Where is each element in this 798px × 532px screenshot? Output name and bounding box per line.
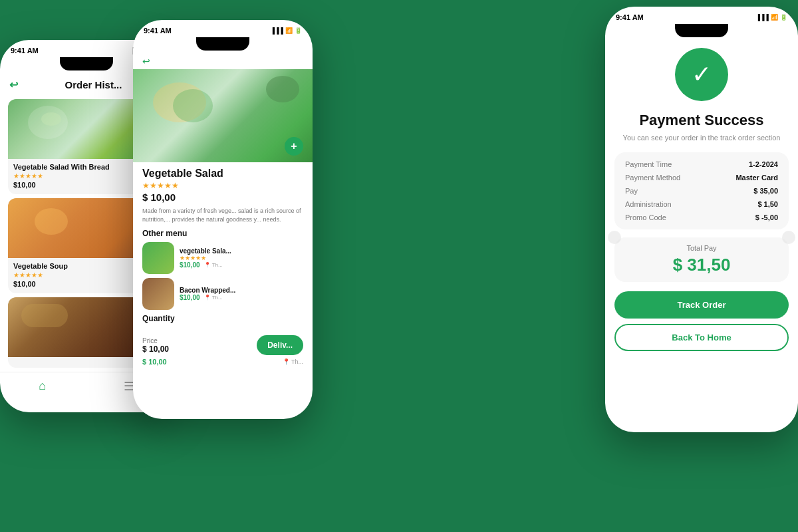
deco-circle-top-left	[608, 231, 621, 244]
signal-icon-r: ▐▐▐	[756, 14, 769, 21]
wifi-icon-r: 📶	[771, 14, 778, 21]
bottom-price-row: Price $ 10,00 Deliv...	[133, 331, 313, 355]
deco-circle-left	[605, 424, 613, 432]
bottom-price-2: $ 10,00	[142, 358, 167, 366]
status-icons-middle: ▐▐▐ 📶 🔋	[271, 27, 302, 34]
back-arrow-middle[interactable]: ↩	[133, 53, 313, 69]
menu-item-img-1	[142, 242, 174, 274]
location-tag-2: 📍 Th...	[283, 358, 303, 365]
status-bar-middle: 9:41 AM ▐▐▐ 📶 🔋	[133, 20, 313, 37]
price-label: Price	[142, 337, 169, 344]
receipt-label-0: Payment Time	[625, 160, 672, 168]
menu-item-location-1: 📍 Th...	[204, 262, 223, 268]
checkmark-icon: ✓	[692, 63, 712, 86]
total-label: Total Pay	[625, 244, 778, 252]
receipt-label-4: Promo Code	[625, 213, 666, 221]
quantity-section: Quantity	[142, 314, 303, 323]
total-card: Total Pay $ 31,50	[614, 237, 789, 282]
menu-item-img-2	[142, 278, 174, 310]
phone-middle: 9:41 AM ▐▐▐ 📶 🔋 ↩ + Vegetable Salad ★★★★…	[133, 20, 313, 419]
time-middle: 9:41 AM	[144, 27, 172, 35]
product-description: Made from a variety of fresh vege... sal…	[142, 207, 303, 223]
time-left: 9:41 AM	[11, 47, 39, 55]
other-menu-title: Other menu	[142, 229, 303, 238]
menu-item-info-1: vegetable Sala... ★★★★★ $10,00 📍 Th...	[180, 247, 303, 269]
menu-item-info-2: Bacon Wrapped... $10,00 📍 Th...	[180, 287, 303, 301]
quantity-label: Quantity	[142, 314, 303, 323]
deco-circle-right	[790, 424, 798, 432]
back-to-home-button[interactable]: Back To Home	[614, 324, 789, 351]
add-to-cart-button[interactable]: +	[285, 137, 303, 156]
menu-item-price-1: $10,00	[180, 261, 200, 269]
notch-left	[60, 57, 113, 70]
product-price: $ 10,00	[142, 192, 303, 203]
receipt-label-3: Administration	[625, 200, 672, 208]
product-name: Vegetable Salad	[142, 168, 303, 180]
product-image-large: +	[133, 69, 313, 162]
menu-item-1[interactable]: vegetable Sala... ★★★★★ $10,00 📍 Th...	[142, 242, 303, 274]
status-icons-right: ▐▐▐ 📶 🔋	[756, 14, 787, 21]
wifi-icon-m: 📶	[285, 27, 293, 34]
status-bar-right: 9:41 AM ▐▐▐ 📶 🔋	[605, 7, 798, 24]
menu-item-name-2: Bacon Wrapped...	[180, 287, 303, 294]
receipt-value-4: $ -5,00	[755, 213, 778, 221]
price-section: Price $ 10,00	[142, 337, 169, 354]
receipt-row-1: Payment Method Master Card	[625, 174, 778, 182]
total-amount: $ 31,50	[625, 255, 778, 275]
product-details: Vegetable Salad ★★★★★ $ 10,00 Made from …	[133, 162, 313, 331]
notch-middle	[196, 37, 249, 51]
receipt-row-3: Administration $ 1,50	[625, 200, 778, 208]
receipt-value-0: 1-2-2024	[749, 160, 778, 168]
payment-success-title: Payment Success	[639, 112, 763, 129]
notch-right	[675, 24, 728, 37]
signal-icon-m: ▐▐▐	[271, 27, 283, 34]
track-order-button[interactable]: Track Order	[614, 291, 789, 319]
receipt-card: Payment Time 1-2-2024 Payment Method Mas…	[614, 152, 789, 229]
receipt-label-1: Payment Method	[625, 174, 680, 182]
receipt-value-1: Master Card	[735, 174, 778, 182]
menu-item-price-2: $10,00	[180, 294, 200, 301]
receipt-row-0: Payment Time 1-2-2024	[625, 160, 778, 168]
success-icon-circle: ✓	[675, 48, 728, 101]
price-value: $ 10,00	[142, 344, 169, 354]
product-stars: ★★★★★	[142, 181, 303, 190]
deco-circle-top-right	[782, 231, 795, 244]
battery-icon-r: 🔋	[780, 14, 787, 21]
nav-home-icon[interactable]: ⌂	[39, 379, 46, 394]
battery-icon-m: 🔋	[295, 27, 302, 34]
back-arrow-left[interactable]: ↩	[9, 78, 18, 91]
payment-success-subtitle: You can see your order in the track orde…	[610, 133, 794, 143]
receipt-value-3: $ 1,50	[757, 200, 778, 208]
receipt-label-2: Pay	[625, 187, 638, 195]
receipt-row-2: Pay $ 35,00	[625, 187, 778, 195]
receipt-value-2: $ 35,00	[753, 187, 778, 195]
menu-item-stars-1: ★★★★★	[180, 255, 303, 261]
time-right: 9:41 AM	[616, 13, 644, 21]
menu-item-2[interactable]: Bacon Wrapped... $10,00 📍 Th...	[142, 278, 303, 310]
menu-item-location-2: 📍 Th...	[204, 295, 223, 301]
delivery-button[interactable]: Deliv...	[257, 335, 303, 355]
phone-right: 9:41 AM ▐▐▐ 📶 🔋 ✓ Payment Success You ca…	[605, 7, 798, 432]
payment-success-content: ✓ Payment Success You can see your order…	[605, 41, 798, 358]
receipt-row-4: Promo Code $ -5,00	[625, 213, 778, 221]
menu-item-name-1: vegetable Sala...	[180, 247, 303, 255]
